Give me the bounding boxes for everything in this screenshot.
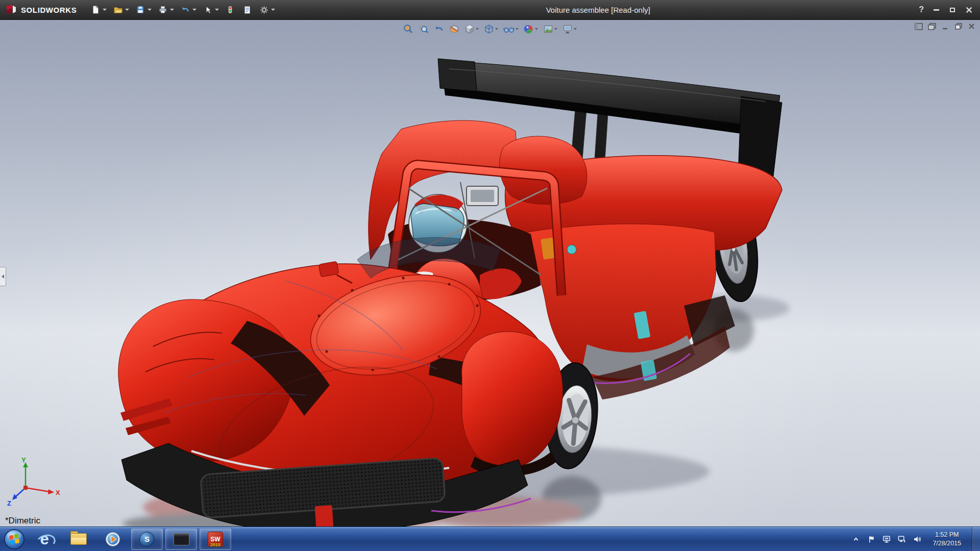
dropdown-caret[interactable] xyxy=(192,9,197,11)
select-button[interactable] xyxy=(200,2,221,17)
restore-button[interactable] xyxy=(948,6,957,14)
dropdown-caret[interactable] xyxy=(103,9,107,11)
restore-doc-button[interactable] xyxy=(954,22,963,30)
show-hidden-icons-button[interactable] xyxy=(851,535,861,544)
options-button[interactable] xyxy=(256,2,277,17)
solidworks-logo-icon xyxy=(5,4,17,15)
minimize-icon xyxy=(934,9,939,11)
apply-scene-button[interactable] xyxy=(542,22,559,36)
solidworks-app-icon: S xyxy=(139,532,155,547)
volume-tray-button[interactable] xyxy=(913,535,922,544)
display-style-button[interactable] xyxy=(482,22,500,36)
z-axis-label: Z xyxy=(7,499,11,507)
rebuild-button[interactable] xyxy=(223,2,238,17)
edit-appearance-button[interactable] xyxy=(522,22,540,36)
volume-icon xyxy=(913,535,921,543)
view-orientation-cube-icon xyxy=(464,24,475,34)
open-button[interactable] xyxy=(110,2,131,17)
section-view-icon xyxy=(449,24,459,34)
show-desktop-button[interactable] xyxy=(972,527,980,551)
save-button[interactable] xyxy=(133,2,154,17)
cyan-detail xyxy=(567,245,576,254)
dropdown-caret[interactable] xyxy=(554,28,557,30)
dropdown-caret[interactable] xyxy=(271,9,275,11)
flag-icon xyxy=(868,535,875,543)
system-tray: 1:52 PM 7/28/2015 xyxy=(851,527,980,551)
close-button[interactable] xyxy=(965,6,973,14)
window-menu-button[interactable] xyxy=(927,22,936,30)
open-folder-icon xyxy=(112,4,124,15)
restore-icon xyxy=(950,8,955,12)
taskbar-item-solidworks-app[interactable]: S xyxy=(131,529,163,550)
taskbar-item-command-window[interactable] xyxy=(165,529,197,550)
installer-tray-button[interactable] xyxy=(882,535,891,544)
view-orientation-label: *Dimetric xyxy=(5,516,40,526)
network-tray-button[interactable] xyxy=(897,535,906,544)
undo-button[interactable] xyxy=(178,2,199,17)
collapse-arrow-icon xyxy=(2,274,4,279)
dropdown-caret[interactable] xyxy=(476,28,479,30)
window-title: Voiture assemblee [Read-only] xyxy=(277,6,919,14)
y-axis-label: Y xyxy=(21,456,26,464)
x-axis-label: X xyxy=(56,489,60,496)
new-document-icon xyxy=(90,4,101,15)
dropdown-caret[interactable] xyxy=(215,9,219,11)
internet-explorer-icon: e xyxy=(36,531,53,548)
app-logo: SOLIDWORKS xyxy=(0,4,83,15)
zoom-to-fit-button[interactable] xyxy=(402,22,415,36)
taskbar-items: e S SW 2015 xyxy=(29,529,231,550)
select-cursor-icon xyxy=(202,4,213,15)
dropdown-caret[interactable] xyxy=(148,9,152,11)
3d-viewport-scene[interactable] xyxy=(0,20,980,527)
car-model[interactable] xyxy=(118,59,790,527)
zoom-to-fit-icon xyxy=(403,24,413,34)
start-button[interactable] xyxy=(0,527,29,551)
previous-view-button[interactable] xyxy=(432,22,446,36)
dropdown-caret[interactable] xyxy=(516,28,519,30)
command-window-icon xyxy=(174,533,189,545)
windows-explorer-folder-icon xyxy=(70,533,87,545)
help-button[interactable]: ? xyxy=(919,5,924,14)
heads-up-view-toolbar xyxy=(402,21,578,37)
close-doc-button[interactable] xyxy=(967,22,976,30)
dropdown-caret[interactable] xyxy=(170,9,174,11)
options-gear-icon xyxy=(258,4,270,15)
appearance-ball-icon xyxy=(524,24,534,34)
taskbar-item-windows-explorer[interactable] xyxy=(63,529,94,550)
dropdown-caret[interactable] xyxy=(574,28,577,30)
hide-show-items-button[interactable] xyxy=(502,22,520,36)
window-controls: ? xyxy=(919,5,980,14)
file-properties-icon xyxy=(241,4,253,15)
feature-tree-collapsed-tab[interactable] xyxy=(0,267,6,286)
graphics-viewport[interactable]: Y X Z *Dimetric xyxy=(0,20,980,527)
dropdown-caret[interactable] xyxy=(125,9,129,11)
view-settings-button[interactable] xyxy=(561,22,578,36)
taskbar-clock[interactable]: 1:52 PM 7/28/2015 xyxy=(928,531,966,547)
action-center-button[interactable] xyxy=(867,535,876,544)
minimize-doc-button[interactable] xyxy=(941,22,949,30)
minimize-button[interactable] xyxy=(932,6,940,14)
previous-view-icon xyxy=(434,24,444,34)
section-view-button[interactable] xyxy=(448,22,461,36)
dropdown-caret[interactable] xyxy=(535,28,538,30)
clock-time: 1:52 PM xyxy=(933,531,961,539)
zoom-to-area-button[interactable] xyxy=(417,22,430,36)
orientation-triad: Y X Z xyxy=(6,456,63,507)
taskbar-item-solidworks-2015[interactable]: SW 2015 xyxy=(200,529,231,550)
installer-icon xyxy=(883,535,891,543)
file-properties-button[interactable] xyxy=(239,2,255,17)
hide-show-glasses-icon xyxy=(503,24,514,34)
save-floppy-icon xyxy=(135,4,146,15)
network-icon xyxy=(898,535,906,543)
new-document-button[interactable] xyxy=(88,2,109,17)
view-orientation-button[interactable] xyxy=(463,22,480,36)
tow-hook xyxy=(315,505,334,527)
print-button[interactable] xyxy=(155,2,176,17)
dropdown-caret[interactable] xyxy=(495,28,498,30)
show-feature-tree-button[interactable] xyxy=(914,22,923,30)
media-player-icon xyxy=(105,531,121,547)
taskbar-item-internet-explorer[interactable]: e xyxy=(29,529,60,550)
quick-access-toolbar xyxy=(83,2,277,17)
taskbar-item-media-player[interactable] xyxy=(97,529,129,550)
solidworks-2015-icon: SW 2015 xyxy=(208,532,223,547)
